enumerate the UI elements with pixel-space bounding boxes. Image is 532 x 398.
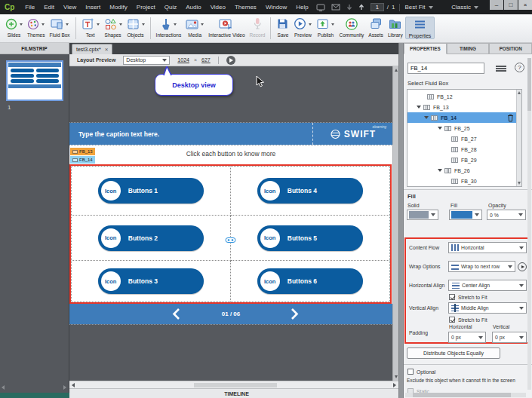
community-button[interactable]: Community [337,17,366,38]
opacity-select[interactable]: 0 % [487,210,526,220]
menu-quiz[interactable]: Quiz [160,4,181,11]
workspace-select[interactable]: Classic [451,4,478,11]
object-name-input[interactable] [407,63,484,74]
library-button[interactable]: Library [386,17,405,38]
slide-number-field[interactable]: 1 [371,3,384,11]
fluid-box-tag-fb13[interactable]: FB_13 [70,148,95,155]
wrap-options-select[interactable]: Wrap to next row [448,261,515,272]
tree-item-fb12[interactable]: FB_12 [407,91,521,102]
icon-button-3[interactable]: IconButtons 3 [98,268,204,294]
scroll-up-icon[interactable] [518,91,521,94]
wrap-advanced-button[interactable] [518,262,527,271]
zoom-select[interactable]: Best Fit [404,4,432,11]
scrollbar-thumb[interactable] [527,58,531,111]
icon-button-2[interactable]: IconButtons 2 [98,225,204,251]
scrollbar-thumb[interactable] [413,393,511,397]
panel-menu-icon[interactable] [496,66,506,72]
text-button[interactable]: Text [79,17,102,38]
publish-button[interactable]: Publish [314,17,337,38]
menu-insert[interactable]: Insert [81,4,105,11]
slide-stage[interactable]: Type the caption text here. SWIFT elearn… [69,123,392,324]
slide-thumbnail[interactable] [6,60,63,101]
vertical-align-select[interactable]: Middle Align [448,302,527,314]
filmstrip-panel-header[interactable]: FILMSTRIP [0,43,69,54]
minimize-button[interactable]: – [490,0,503,10]
panel-horizontal-scrollbar[interactable] [405,393,526,397]
tree-item-fb13[interactable]: FB_13 [407,102,521,112]
tree-item-fb27[interactable]: FB_27 [407,133,521,144]
slides-button[interactable]: Slides [3,17,25,38]
monitor-icon[interactable] [316,4,325,11]
content-flow-select[interactable]: Horizontal [448,242,527,253]
objects-button[interactable]: Objects [125,17,147,38]
help-icon[interactable]: ? [515,63,524,72]
menu-window[interactable]: Window [261,4,291,11]
icon-button-1[interactable]: IconButtons 1 [98,178,204,204]
canvas-vertical-scrollbar[interactable] [392,66,398,381]
tab-close-icon[interactable]: × [105,47,109,53]
save-button[interactable]: Save [274,17,291,38]
device-select[interactable]: Desktop [123,56,170,65]
expand-arrow-icon[interactable] [424,116,429,119]
stretch-to-fit-checkbox[interactable] [449,294,455,300]
panel-splitter[interactable] [398,43,404,398]
tab-position[interactable]: POSITION [489,43,532,54]
menu-video[interactable]: Video [206,4,230,11]
caption-bar[interactable]: Type the caption text here. SWIFT elearn… [69,123,392,145]
filmstrip-scrollbar[interactable] [2,385,66,389]
distribute-objects-button[interactable]: Distribute Objects Equally [407,347,500,359]
padding-vertical-select[interactable]: 0 px [492,332,527,343]
menu-themes[interactable]: Themes [230,4,261,11]
menu-modify[interactable]: Modify [105,4,132,11]
tree-scrollbar[interactable] [516,90,521,186]
icon-button-5[interactable]: IconButtons 5 [257,225,363,251]
scroll-down-icon[interactable] [395,375,398,378]
tree-item-fb25[interactable]: FB_25 [407,123,521,133]
pager-bar[interactable]: 01 / 06 [69,304,392,324]
interactive-video-button[interactable]: Interactive Video [206,17,247,38]
optional-checkbox[interactable] [407,369,414,375]
tab-properties[interactable]: PROPERTIES [404,43,447,54]
tree-item-fb14[interactable]: FB_14 [407,112,521,123]
media-button[interactable]: Media [183,17,206,38]
delete-icon[interactable] [507,114,514,122]
scrollbar-thumb[interactable] [194,383,277,387]
panel-vertical-scrollbar[interactable] [527,58,531,390]
fill-color-picker[interactable] [449,210,482,220]
tree-item-fb26[interactable]: FB_26 [407,165,521,176]
menu-project[interactable]: Project [132,4,160,11]
expand-arrow-icon[interactable] [438,127,442,130]
scroll-down-icon[interactable] [518,182,521,185]
tree-item-fb29[interactable]: FB_29 [407,155,521,165]
shapes-button[interactable]: Shapes [102,17,125,38]
close-button[interactable]: × [518,0,532,10]
fluid-box-button[interactable]: Fluid Box [47,17,72,38]
tab-timing[interactable]: TIMING [447,43,490,54]
timeline-panel-header[interactable]: TIMELINE [69,388,404,398]
next-arrow-icon[interactable] [290,308,300,320]
icon-button-6[interactable]: IconButtons 6 [257,268,363,294]
maximize-button[interactable]: □ [504,0,518,10]
scroll-right-icon[interactable] [393,383,396,387]
preview-width-value[interactable]: 1024 [177,57,189,63]
tree-item-fb28[interactable]: FB_28 [407,144,521,155]
expand-arrow-icon[interactable] [438,169,442,172]
menu-audio[interactable]: Audio [181,4,205,11]
stage-canvas[interactable]: Desktop view Type the caption text here.… [69,66,392,381]
padding-horizontal-select[interactable]: 0 px [448,332,486,343]
mail-icon[interactable] [331,4,340,11]
menu-view[interactable]: View [59,4,81,11]
next-slide-icon[interactable] [358,4,364,11]
preview-play-button[interactable] [226,56,235,65]
horizontal-align-select[interactable]: Center Align [448,280,527,291]
menu-file[interactable]: File [20,4,39,11]
properties-button[interactable]: Properties [405,17,435,39]
link-icon[interactable] [225,237,236,243]
solid-color-picker[interactable] [407,210,438,220]
scroll-left-icon[interactable] [72,383,75,387]
scroll-up-icon[interactable] [395,69,398,72]
stretch-to-fit-checkbox[interactable] [449,317,455,323]
previous-slide-icon[interactable] [346,4,352,11]
menu-help[interactable]: Help [291,4,312,11]
preview-height-value[interactable]: 627 [201,57,211,63]
